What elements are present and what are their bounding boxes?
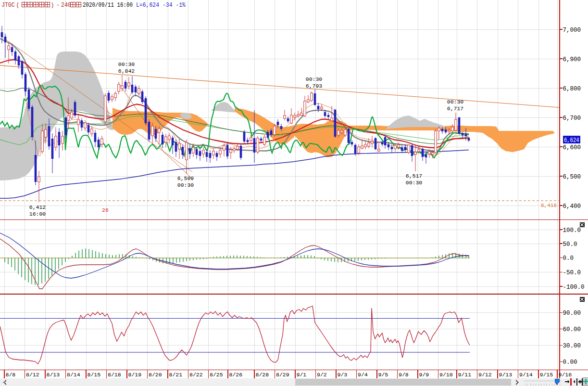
svg-text:50.0: 50.0	[563, 241, 577, 248]
svg-text:6,793: 6,793	[306, 83, 323, 89]
svg-text:8/25: 8/25	[210, 372, 223, 378]
svg-text:0.00: 0.00	[563, 359, 577, 366]
svg-text:6,500: 6,500	[563, 174, 581, 180]
svg-text:60.00: 60.00	[563, 326, 581, 333]
svg-text:00:30: 00:30	[177, 182, 194, 188]
svg-text:7,000: 7,000	[563, 27, 581, 34]
svg-text:9/3: 9/3	[338, 372, 348, 378]
svg-text:9/2: 9/2	[317, 372, 327, 378]
svg-text:8/12: 8/12	[26, 372, 39, 378]
svg-text:16:00: 16:00	[29, 211, 46, 217]
svg-text:L=6,624 -34 -1%: L=6,624 -34 -1%	[136, 2, 186, 9]
svg-text:6,717: 6,717	[447, 105, 464, 112]
svg-text:9/15: 9/15	[540, 372, 553, 378]
svg-text:-: -	[56, 2, 60, 9]
svg-text:00:30: 00:30	[406, 180, 423, 186]
svg-text:6,416: 6,416	[541, 203, 557, 208]
svg-text:6,509: 6,509	[177, 175, 194, 181]
svg-text:-100.0: -100.0	[563, 284, 585, 291]
svg-text:9/11: 9/11	[458, 372, 472, 378]
svg-text:9/16: 9/16	[559, 372, 572, 378]
svg-text:9/10: 9/10	[439, 372, 453, 378]
svg-text:00:30: 00:30	[306, 76, 323, 82]
svg-text:JTGC: JTGC	[1, 2, 15, 9]
svg-text:6,412: 6,412	[29, 204, 46, 210]
svg-text:8/22: 8/22	[189, 372, 203, 378]
svg-text:6,900: 6,900	[563, 56, 581, 63]
svg-text:-50.0: -50.0	[563, 270, 581, 276]
svg-text:9/5: 9/5	[378, 372, 388, 378]
svg-text:9/1: 9/1	[297, 372, 307, 378]
svg-text:8/26: 8/26	[229, 372, 243, 378]
svg-text:8/28: 8/28	[256, 372, 269, 378]
svg-text:6,842: 6,842	[118, 68, 135, 74]
svg-text:9/14: 9/14	[519, 372, 533, 378]
svg-text:8/29: 8/29	[276, 372, 289, 378]
svg-text:00:30: 00:30	[118, 61, 135, 67]
svg-text:6,600: 6,600	[563, 144, 581, 151]
svg-text:9/12: 9/12	[478, 372, 492, 378]
svg-text:6,624: 6,624	[564, 137, 579, 144]
svg-text:9/9: 9/9	[419, 372, 429, 378]
svg-text:6,517: 6,517	[406, 173, 423, 179]
svg-text:8/18: 8/18	[108, 372, 121, 378]
svg-text:9/13: 9/13	[499, 372, 513, 378]
svg-text:8/14: 8/14	[67, 372, 80, 378]
svg-text:): )	[51, 2, 54, 9]
svg-text:0.0: 0.0	[563, 255, 574, 262]
svg-text:6,700: 6,700	[563, 115, 581, 122]
svg-text:9/8: 9/8	[399, 372, 409, 378]
svg-text:2020/09/11 16:00: 2020/09/11 16:00	[83, 2, 133, 9]
svg-text:00:30: 00:30	[447, 99, 464, 105]
svg-text:(: (	[16, 2, 20, 9]
svg-text:8/21: 8/21	[169, 372, 183, 378]
svg-text:26: 26	[102, 207, 109, 213]
svg-text:6,400: 6,400	[563, 203, 581, 210]
svg-text:100.0: 100.0	[563, 227, 581, 234]
svg-text:90.00: 90.00	[563, 310, 581, 317]
svg-text:6,800: 6,800	[563, 86, 581, 92]
svg-text:30.00: 30.00	[563, 343, 581, 349]
svg-text:8/20: 8/20	[149, 372, 162, 378]
svg-text:8/8: 8/8	[6, 372, 16, 378]
svg-text:9/4: 9/4	[358, 372, 368, 378]
svg-text:8/19: 8/19	[128, 372, 142, 378]
svg-text:240: 240	[61, 2, 71, 9]
svg-text:8/15: 8/15	[88, 372, 101, 378]
svg-text:8/13: 8/13	[47, 372, 60, 378]
